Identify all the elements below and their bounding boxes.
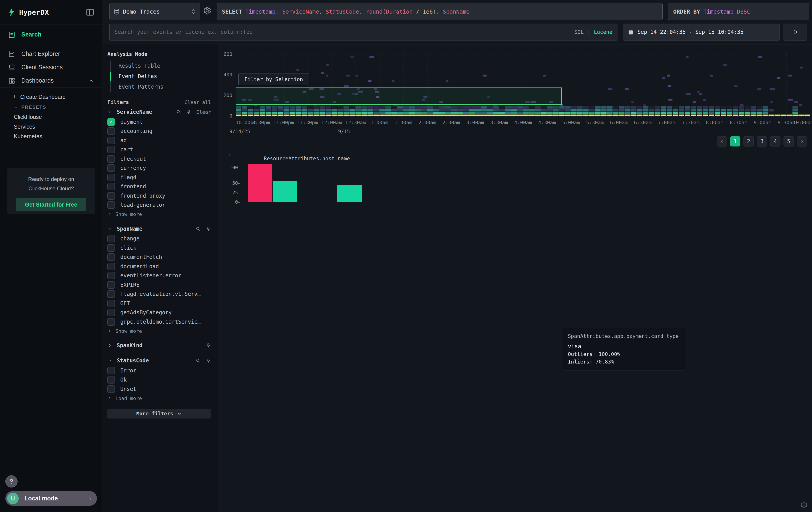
order-by-input[interactable]: ORDER BY Timestamp DESC (668, 3, 809, 20)
checkbox[interactable] (107, 263, 115, 270)
create-dashboard-button[interactable]: + Create Dashboard (0, 91, 102, 102)
checkbox[interactable] (107, 155, 115, 163)
filter-option-click[interactable]: click (107, 243, 211, 253)
checkbox[interactable] (107, 183, 115, 190)
filter-option-checkout[interactable]: checkout (107, 154, 211, 164)
pagination-page-4[interactable]: 4 (770, 136, 780, 146)
checkbox[interactable] (107, 272, 115, 279)
filter-option-frontend-proxy[interactable]: frontend-proxy (107, 191, 211, 200)
analysis-mode-event-patterns[interactable]: Event Patterns (111, 81, 211, 92)
pin-icon[interactable] (206, 343, 211, 348)
checkbox[interactable] (107, 201, 115, 209)
filter-option-get[interactable]: GET (107, 299, 211, 308)
pagination-page-2[interactable]: 2 (744, 136, 754, 146)
settings-gear-icon[interactable] (800, 501, 808, 509)
filter-option-accounting[interactable]: accounting (107, 127, 211, 136)
checkbox[interactable] (107, 173, 115, 181)
clear-all-button[interactable]: Clear all (184, 100, 211, 105)
bar-inliers[interactable] (272, 181, 297, 202)
pin-icon[interactable] (206, 226, 211, 232)
presets-toggle[interactable]: PRESETS (0, 102, 102, 112)
sidebar-item-chart-explorer[interactable]: Chart Explorer (0, 47, 102, 60)
checkbox[interactable] (107, 253, 115, 261)
checkbox[interactable] (107, 127, 115, 135)
checkbox[interactable] (107, 164, 115, 172)
filter-option-documentload[interactable]: documentLoad (107, 262, 211, 271)
sidebar-item-services[interactable]: Services (0, 122, 102, 132)
help-button[interactable]: ? (5, 475, 18, 487)
checkbox[interactable] (107, 244, 115, 252)
run-query-button[interactable] (784, 24, 807, 41)
filter-option-currency[interactable]: currency (107, 164, 211, 173)
pagination-next[interactable]: › (797, 136, 807, 146)
chevron-right-icon[interactable] (107, 343, 112, 348)
checkbox[interactable] (107, 318, 115, 326)
show-more-button[interactable]: Show more (107, 327, 211, 336)
heatmap-selection-box[interactable] (236, 87, 562, 105)
checkbox[interactable] (107, 235, 115, 242)
checkbox[interactable] (107, 146, 115, 153)
mode-lucene-toggle[interactable]: Lucene (594, 29, 612, 35)
sidebar-item-dashboards[interactable]: Dashboards (0, 74, 102, 88)
more-filters-button[interactable]: More filters (107, 409, 211, 419)
filter-option-unset[interactable]: Unset (107, 384, 211, 394)
sidebar-item-client-sessions[interactable]: Client Sessions (0, 60, 102, 74)
pagination-prev[interactable]: ‹ (717, 136, 727, 146)
filter-option-ad[interactable]: ad (107, 136, 211, 145)
checkbox[interactable] (107, 137, 115, 144)
pagination-page-5[interactable]: 5 (784, 136, 794, 146)
filter-option-getadsbycategory[interactable]: getAdsByCategory (107, 308, 211, 318)
pin-icon[interactable] (206, 358, 211, 363)
checkbox[interactable] (107, 385, 115, 393)
filter-by-selection-button[interactable]: Filter by Selection (238, 73, 309, 85)
gear-icon[interactable] (203, 6, 212, 15)
chevron-down-icon[interactable] (107, 358, 112, 363)
search-icon[interactable] (196, 226, 201, 232)
source-selector[interactable]: Demo Traces (109, 3, 200, 20)
checkbox[interactable] (107, 367, 115, 374)
filter-option-error[interactable]: Error (107, 366, 211, 375)
checkbox[interactable] (107, 376, 115, 383)
clear-section-button[interactable]: Clear (196, 109, 211, 115)
show-more-button[interactable]: Load more (107, 394, 211, 403)
pagination-page-3[interactable]: 3 (757, 136, 767, 146)
heatmap-canvas[interactable] (236, 50, 810, 118)
filter-option-cart[interactable]: cart (107, 145, 211, 155)
show-more-button[interactable]: Show more (107, 210, 211, 219)
search-icon[interactable] (196, 358, 201, 363)
filter-option-flagd-evaluation-v1-serv-[interactable]: flagd.evaluation.v1.Serv… (107, 290, 211, 299)
filter-option-ok[interactable]: Ok (107, 375, 211, 385)
checkbox[interactable]: ✓ (107, 118, 115, 126)
chevron-up-icon[interactable] (88, 78, 94, 84)
filter-option-expire[interactable]: EXPIRE (107, 280, 211, 290)
sidebar-item-kubernetes[interactable]: Kubernetes (0, 132, 102, 141)
checkbox[interactable] (107, 300, 115, 307)
checkbox[interactable] (107, 192, 115, 200)
chevron-down-icon[interactable] (107, 110, 112, 114)
sidebar-item-search[interactable]: Search (0, 25, 102, 45)
checkbox[interactable] (107, 309, 115, 316)
pin-icon[interactable] (186, 109, 192, 115)
sql-select-input[interactable]: SELECT Timestamp, ServiceName, StatusCod… (217, 3, 663, 20)
filter-option-load-generator[interactable]: load-generator (107, 200, 211, 210)
checkbox[interactable] (107, 290, 115, 298)
filter-option-flagd[interactable]: flagd (107, 173, 211, 182)
chevron-down-icon[interactable] (107, 226, 112, 231)
local-mode-button[interactable]: U Local mode › (5, 491, 97, 506)
sidebar-item-clickhouse[interactable]: ClickHouse (0, 112, 102, 122)
mode-sql-toggle[interactable]: SQL (575, 29, 584, 35)
bar-inliers[interactable] (337, 185, 362, 202)
analysis-mode-event-deltas[interactable]: Event Deltas (111, 71, 211, 81)
filter-option-grpc-oteldemo-cartservic-[interactable]: grpc.oteldemo.CartServic… (107, 317, 211, 327)
search-icon[interactable] (176, 109, 181, 115)
filter-option-documentfetch[interactable]: documentFetch (107, 253, 211, 262)
filter-option-payment[interactable]: ✓payment (107, 117, 211, 127)
analysis-mode-results-table[interactable]: Results Table (111, 60, 211, 71)
collapse-sidebar-icon[interactable] (86, 8, 94, 17)
chart-plot[interactable] (240, 164, 370, 203)
get-started-button[interactable]: Get Started for Free (16, 198, 86, 211)
events-heatmap[interactable]: Filter by Selection (236, 50, 810, 118)
bar-outliers[interactable] (248, 164, 272, 202)
time-range-picker[interactable]: Sep 14 22:04:35 - Sep 15 10:04:35 (623, 24, 780, 41)
filter-option-change[interactable]: change (107, 234, 211, 244)
